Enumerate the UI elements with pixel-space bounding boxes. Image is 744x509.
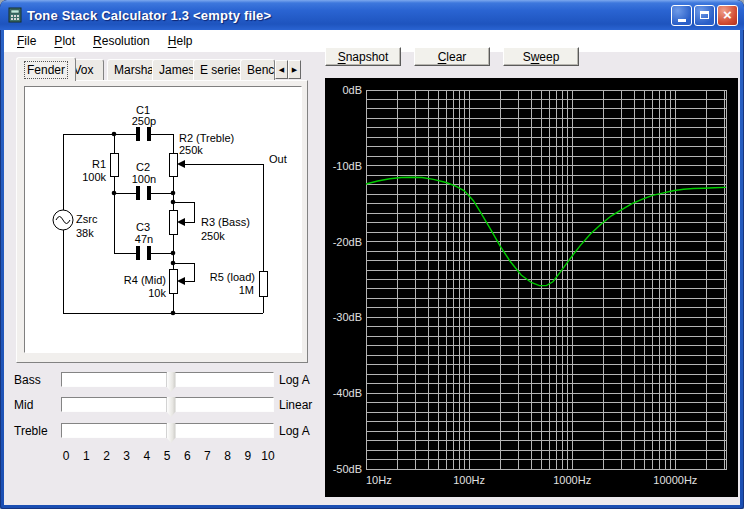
label-r5-value: 1M — [239, 284, 254, 296]
circuit-schematic: C1 250p R2 (Treble) 250k R1 100k C2 100n… — [25, 87, 301, 352]
label-r1-value: 100k — [82, 171, 106, 183]
tab-benc[interactable]: Benc — [240, 59, 275, 80]
app-window: Tone Stack Calculator 1.3 <empty file> ×… — [0, 0, 744, 509]
scale-number-4: 4 — [137, 449, 157, 463]
y-tick-label: -40dB — [333, 387, 362, 399]
scale-number-5: 5 — [157, 449, 177, 463]
window-controls: × — [671, 5, 738, 26]
tab-fender[interactable]: Fender — [16, 57, 76, 81]
label-c2-value: 100n — [132, 173, 156, 185]
circuit-diagram: C1 250p R2 (Treble) 250k R1 100k C2 100n… — [24, 86, 302, 353]
y-tick-label: 0dB — [342, 84, 362, 96]
resistor-r1 — [110, 153, 118, 176]
x-tick-label: 100Hz — [453, 474, 485, 486]
label-r1-name: R1 — [92, 158, 106, 170]
minimize-icon — [678, 19, 686, 22]
y-tick-label: -10dB — [333, 160, 362, 172]
scale-number-7: 7 — [197, 449, 217, 463]
capacitor-c1 — [136, 127, 140, 141]
x-tick-label: 10Hz — [366, 474, 392, 486]
slider-label-treble: Treble — [14, 424, 48, 438]
potentiometer-r3 — [169, 210, 177, 234]
app-icon — [7, 7, 23, 23]
close-icon: × — [723, 7, 732, 22]
label-out: Out — [269, 153, 287, 165]
mid-slider-track[interactable] — [61, 397, 274, 412]
toolbar: SnapshotClearSweep — [325, 47, 579, 66]
treble-slider-track[interactable] — [61, 423, 274, 438]
resistor-r5 — [259, 271, 267, 296]
scale-number-0: 0 — [56, 449, 76, 463]
wiper-arrow-r3 — [177, 218, 185, 226]
wiper-arrow-r4 — [177, 277, 185, 285]
snapshot-button[interactable]: Snapshot — [325, 47, 401, 66]
label-zsrc-value: 38k — [76, 227, 94, 239]
label-r4-name: R4 (Mid) — [124, 274, 166, 286]
capacitor-c3 — [136, 246, 140, 260]
mid-slider-thumb[interactable] — [167, 397, 176, 417]
label-r2-value: 250k — [179, 144, 203, 156]
maximize-icon — [700, 11, 709, 19]
response-curve — [366, 177, 726, 285]
scale-number-3: 3 — [117, 449, 137, 463]
y-tick-label: -50dB — [333, 463, 362, 475]
scale-number-10: 10 — [258, 449, 278, 463]
sweep-button[interactable]: Sweep — [503, 47, 579, 66]
tab-scroll-left-icon: ◀ — [279, 66, 284, 74]
label-c3-name: C3 — [136, 221, 150, 233]
plot-panel: 0dB-10dB-20dB-30dB-40dB-50dB10Hz100Hz100… — [325, 78, 738, 497]
plot-grid — [366, 90, 726, 469]
slider-taper-mid: Linear — [279, 398, 312, 412]
close-button[interactable]: × — [717, 5, 738, 26]
scale-number-9: 9 — [238, 449, 258, 463]
label-c1-value: 250p — [132, 115, 156, 127]
menu-file[interactable]: File — [10, 32, 43, 50]
frequency-response-plot: 0dB-10dB-20dB-30dB-40dB-50dB10Hz100Hz100… — [325, 78, 738, 497]
client-area: FilePlotResolutionHelp FenderVoxMarshall… — [4, 30, 740, 505]
label-r3-name: R3 (Bass) — [201, 216, 250, 228]
menu-help[interactable]: Help — [161, 32, 200, 50]
x-tick-label: 10000Hz — [653, 474, 697, 486]
minimize-button[interactable] — [671, 5, 692, 26]
bass-slider-thumb[interactable] — [167, 372, 176, 392]
tab-scroll-right[interactable]: ▶ — [288, 60, 301, 79]
label-r5-name: R5 (load) — [210, 271, 255, 283]
label-r2-name: R2 (Treble) — [179, 132, 234, 144]
wiper-arrows — [177, 160, 185, 285]
treble-slider-thumb[interactable] — [167, 423, 176, 443]
slider-scale: 012345678910 — [56, 449, 278, 463]
bass-slider-track[interactable] — [61, 372, 274, 387]
slider-label-bass: Bass — [14, 373, 41, 387]
maximize-button[interactable] — [694, 5, 715, 26]
label-r3-value: 250k — [201, 230, 225, 242]
clear-button[interactable]: Clear — [414, 47, 490, 66]
y-tick-label: -30dB — [333, 311, 362, 323]
scale-number-6: 6 — [177, 449, 197, 463]
label-zsrc-name: Zsrc — [76, 213, 98, 225]
scale-number-8: 8 — [218, 449, 238, 463]
scale-number-1: 1 — [76, 449, 96, 463]
tab-label: Vox — [73, 63, 93, 77]
window-title: Tone Stack Calculator 1.3 <empty file> — [27, 8, 271, 23]
tab-page-fender: C1 250p R2 (Treble) 250k R1 100k C2 100n… — [16, 80, 308, 363]
potentiometer-r2 — [169, 153, 177, 176]
wiper-arrow-r2 — [177, 160, 185, 168]
y-tick-label: -20dB — [333, 236, 362, 248]
tab-label: E series — [200, 63, 243, 77]
titlebar[interactable]: Tone Stack Calculator 1.3 <empty file> × — [0, 0, 744, 30]
source-symbol — [53, 210, 73, 230]
tab-scroll-right-icon: ▶ — [292, 66, 297, 74]
menu-resolution[interactable]: Resolution — [86, 32, 157, 50]
slider-taper-treble: Log A — [279, 424, 310, 438]
scale-number-2: 2 — [96, 449, 116, 463]
slider-taper-bass: Log A — [279, 373, 310, 387]
plot-axis-labels: 0dB-10dB-20dB-30dB-40dB-50dB10Hz100Hz100… — [333, 84, 698, 486]
potentiometer-r4 — [169, 269, 177, 293]
tab-label: Fender — [25, 62, 67, 78]
label-c3-value: 47n — [135, 233, 153, 245]
tab-scroll-left[interactable]: ◀ — [275, 60, 288, 79]
slider-label-mid: Mid — [14, 398, 33, 412]
tab-label: Benc — [247, 63, 274, 77]
label-c2-name: C2 — [136, 161, 150, 173]
menu-plot[interactable]: Plot — [47, 32, 82, 50]
